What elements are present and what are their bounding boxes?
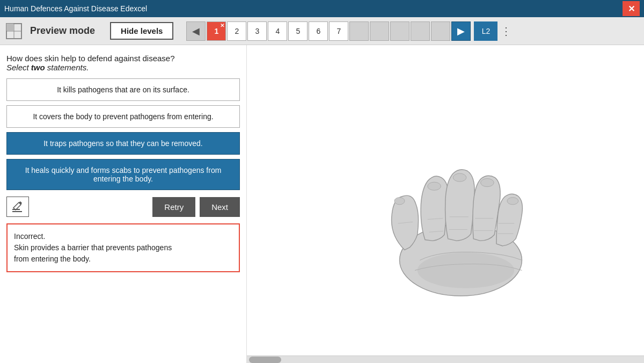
question-line1: How does skin help to defend against dis… (6, 54, 175, 63)
svg-point-17 (453, 173, 466, 182)
nav-num-9[interactable] (370, 21, 389, 41)
feedback-box: Incorrect. Skin provides a barrier that … (6, 223, 240, 272)
nav-more-icon[interactable]: ⋮ (501, 25, 511, 38)
close-button[interactable]: ✕ (623, 1, 640, 16)
choice-2[interactable]: It covers the body to prevent pathogens … (6, 105, 240, 128)
svg-point-16 (428, 182, 441, 190)
feedback-line3: from entering the body. (14, 255, 91, 263)
nav-num-6[interactable]: 6 (309, 21, 328, 41)
nav-num-12[interactable] (431, 21, 450, 41)
scrollbar-thumb[interactable] (249, 357, 281, 363)
level-label: L2 (474, 21, 497, 41)
answer-choices: It kills pathogens that are on its surfa… (6, 78, 240, 190)
edit-icon (11, 200, 24, 213)
next-button[interactable]: Next (200, 197, 240, 217)
nav-right-arrow[interactable]: ▶ (451, 21, 471, 41)
hide-levels-button[interactable]: Hide levels (110, 22, 173, 40)
svg-rect-5 (12, 211, 22, 212)
titlebar: Human Defences Against Disease Edexcel ✕ (0, 0, 644, 17)
buttons-row: Retry Next (6, 197, 240, 217)
question-text: How does skin help to defend against dis… (6, 54, 240, 72)
nav-num-1[interactable]: 1✕ (207, 21, 226, 41)
choice-3[interactable]: It traps pathogens so that they can be r… (6, 132, 240, 155)
navigation-bar: ◀ 1✕ 2 3 4 5 6 7 ▶ L2 ⋮ (186, 21, 511, 41)
nav-left-arrow[interactable]: ◀ (186, 21, 206, 41)
preview-mode-label: Preview mode (30, 25, 95, 37)
left-panel: How does skin help to defend against dis… (0, 45, 247, 363)
nav-num-7[interactable]: 7 (329, 21, 348, 41)
edit-button[interactable] (6, 197, 29, 217)
feedback-line2: Skin provides a barrier that prevents pa… (14, 243, 172, 252)
nav-num-11[interactable] (411, 21, 430, 41)
choice-1[interactable]: It kills pathogens that are on its surfa… (6, 78, 240, 101)
svg-point-19 (507, 198, 518, 205)
retry-button[interactable]: Retry (152, 197, 195, 217)
question-line2-prefix: Select (6, 63, 31, 72)
svg-point-20 (394, 198, 405, 205)
nav-num-3[interactable]: 3 (247, 21, 267, 41)
toolbar: Preview mode Hide levels ◀ 1✕ 2 3 4 5 6 … (0, 17, 644, 45)
main-content: How does skin help to defend against dis… (0, 45, 644, 363)
svg-point-21 (418, 252, 515, 288)
svg-rect-1 (6, 24, 13, 31)
right-panel (247, 45, 644, 363)
nav-num-2[interactable]: 2 (227, 21, 246, 41)
nav-num-8[interactable] (349, 21, 369, 41)
choice-4[interactable]: It heals quickly and forms scabs to prev… (6, 159, 240, 190)
nav-num-4[interactable]: 4 (268, 21, 287, 41)
question-line2-suffix: statements. (45, 63, 89, 72)
preview-icon (4, 21, 24, 41)
question-emphasis: two (31, 63, 45, 72)
nav-num-10[interactable] (390, 21, 409, 41)
svg-point-18 (481, 179, 494, 187)
hand-illustration (317, 102, 574, 306)
horizontal-scrollbar[interactable] (247, 355, 644, 363)
app-title: Human Defences Against Disease Edexcel (4, 4, 147, 13)
nav-num-5[interactable]: 5 (288, 21, 308, 41)
feedback-line1: Incorrect. (14, 232, 45, 241)
